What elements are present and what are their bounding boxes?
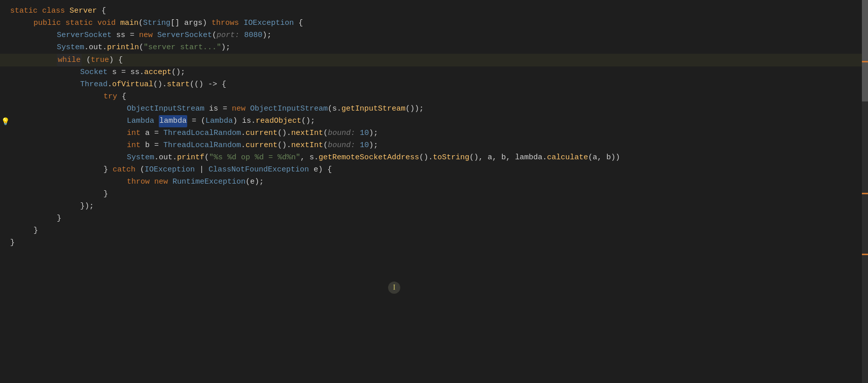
code-token: 10 — [360, 140, 369, 151]
code-token: Lambda — [127, 115, 154, 127]
code-token: current — [246, 127, 277, 139]
code-token: s = ss. — [108, 66, 144, 78]
code-token: (). — [419, 152, 433, 163]
code-token: Thread — [80, 79, 108, 90]
code-token: toString — [433, 152, 469, 163]
code-token: .out. — [84, 42, 107, 53]
code-token: true — [91, 54, 109, 66]
code-token: ofVirtual — [112, 79, 153, 90]
code-token: ServerSocket — [57, 29, 112, 41]
code-token: new — [154, 176, 172, 188]
scrollbar-marker-1 — [862, 61, 868, 62]
code-editor: static class Server {public static void … — [0, 0, 868, 383]
code-token: (), a, b, lambda. — [469, 152, 547, 163]
code-line: } — [0, 188, 868, 200]
code-token: int — [127, 140, 141, 151]
code-line: } — [0, 213, 868, 225]
code-token: throws — [212, 17, 244, 29]
code-token: (); — [301, 115, 315, 127]
code-token: | — [195, 164, 209, 176]
code-token: , s. — [300, 152, 319, 163]
scrollbar-thumb[interactable] — [862, 0, 868, 101]
code-token: (). — [277, 140, 291, 151]
code-token: println — [107, 42, 139, 53]
code-token: { — [101, 5, 106, 17]
code-token: nextInt — [291, 140, 323, 151]
code-line: } — [0, 225, 868, 237]
code-token: ); — [262, 29, 271, 41]
code-line: Thread.ofVirtual().start(() -> { — [0, 79, 868, 91]
scrollbar-marker-3 — [862, 254, 868, 255]
code-token: . — [241, 127, 246, 139]
code-token: Server — [70, 5, 101, 17]
code-token: ( — [323, 140, 328, 151]
code-token: throw — [127, 176, 154, 188]
code-token: 8080 — [244, 29, 262, 41]
code-token: ( — [138, 17, 143, 29]
code-token: } — [10, 237, 15, 249]
code-token: = ( — [187, 115, 205, 127]
code-token: String — [143, 17, 170, 29]
code-token: calculate — [547, 152, 588, 163]
code-line: Socket s = ss.accept(); — [0, 66, 868, 79]
code-token: .out. — [154, 152, 177, 163]
code-token: ); — [221, 42, 230, 53]
code-token: ( — [204, 152, 209, 163]
code-token: ObjectInputStream — [127, 103, 204, 115]
code-line: static class Server { — [0, 5, 868, 17]
code-line: int a = ThreadLocalRandom.current().next… — [0, 127, 868, 140]
code-content: static class Server {public static void … — [0, 0, 868, 254]
code-token: ( — [139, 42, 144, 53]
code-token: ( — [323, 127, 328, 139]
code-token: (a, b)) — [588, 152, 620, 163]
code-token: b = — [141, 140, 163, 151]
code-token: try — [103, 91, 122, 102]
code-token: ObjectInputStream — [250, 103, 328, 115]
code-token: new — [139, 29, 157, 41]
code-line: ServerSocket ss = new ServerSocket(port:… — [0, 29, 868, 42]
code-token: class — [42, 5, 70, 17]
code-token: }); — [80, 200, 94, 212]
code-token: } — [103, 188, 108, 200]
code-token: port: — [217, 29, 244, 41]
code-line: public static void main(String[] args) t… — [0, 17, 868, 29]
code-token: . — [108, 79, 112, 90]
code-token: [] args) — [170, 17, 212, 29]
code-token: ); — [369, 127, 378, 139]
code-token: lambda — [159, 115, 187, 127]
code-token: while — [57, 54, 82, 66]
code-token: getInputStream — [341, 103, 405, 115]
code-token: Socket — [80, 66, 108, 78]
code-token: { — [298, 17, 303, 29]
code-token: getRemoteSocketAddress — [319, 152, 419, 163]
code-token: public — [33, 17, 65, 29]
code-token: 10 — [360, 127, 369, 139]
code-line: int b = ThreadLocalRandom.current().next… — [0, 140, 868, 152]
code-line: }); — [0, 200, 868, 213]
code-token: (() -> { — [190, 79, 226, 90]
code-token: static — [65, 17, 97, 29]
code-token — [154, 115, 159, 127]
code-token: ss = — [112, 29, 139, 41]
code-line: while (true) { — [0, 54, 868, 66]
scrollbar-track[interactable] — [862, 0, 868, 383]
code-token: System — [57, 42, 84, 53]
code-token: IOException — [244, 17, 298, 29]
code-token: System — [127, 152, 154, 163]
code-token: } — [33, 225, 38, 236]
code-token: printf — [177, 152, 204, 163]
code-token: start — [167, 79, 190, 90]
code-token: ServerSocket — [157, 29, 212, 41]
code-token: (). — [153, 79, 167, 90]
code-token: ); — [369, 140, 378, 151]
code-token: is = — [204, 103, 232, 115]
code-token: main — [120, 17, 138, 29]
code-token: ) { — [109, 54, 123, 66]
code-token: Lambda — [205, 115, 233, 127]
lightbulb-icon[interactable]: 💡 — [1, 117, 10, 128]
code-token: current — [246, 140, 277, 151]
code-line: throw new RuntimeException(e); — [0, 176, 868, 188]
code-token: } — [57, 213, 61, 224]
code-line: System.out.printf("%s %d op %d = %d%n", … — [0, 152, 868, 164]
code-line: } catch (IOException | ClassNotFoundExce… — [0, 164, 868, 176]
